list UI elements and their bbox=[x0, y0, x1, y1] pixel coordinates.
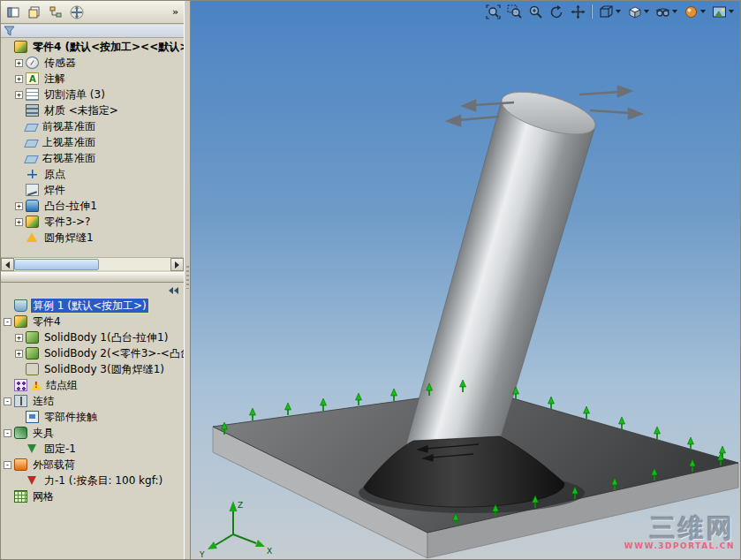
feature-tree-item-9[interactable]: 焊件 bbox=[1, 182, 184, 198]
feature-tree-item-8[interactable]: 原点 bbox=[1, 166, 184, 182]
pan-cross-icon bbox=[70, 5, 84, 19]
feature-tree-item-label: 圆角焊缝1 bbox=[42, 231, 95, 245]
simulation-tree-item-label: 算例 1 (默认<按加工>) bbox=[31, 299, 148, 313]
simulation-tree-item-12[interactable]: 网格 bbox=[1, 488, 184, 504]
origin-icon bbox=[26, 168, 39, 180]
simulation-tree-item-11[interactable]: 力-1 (:按条目: 100 kgf:) bbox=[1, 473, 184, 488]
simulation-tree-item-0[interactable]: 算例 1 (默认<按加工>) bbox=[1, 298, 184, 314]
configuration-manager-tab-button[interactable] bbox=[46, 3, 65, 22]
feature-tree-item-5[interactable]: 前视基准面 bbox=[1, 118, 184, 134]
hide-show-items-button[interactable] bbox=[653, 3, 680, 20]
rotate-view-icon bbox=[549, 4, 564, 19]
property-manager-tab-button[interactable] bbox=[25, 3, 44, 22]
collapse-chevron-icon[interactable] bbox=[174, 287, 178, 294]
joint-icon bbox=[14, 379, 27, 391]
simulation-tree-item-4[interactable]: SolidBody 3(圆角焊缝1) bbox=[1, 361, 184, 377]
watermark-title: 三维网 bbox=[624, 515, 735, 541]
expander-plus-icon[interactable]: + bbox=[15, 75, 23, 83]
simulation-tree-item-1[interactable]: -零件4 bbox=[1, 314, 184, 329]
simulation-tree-item-label: 结点组 bbox=[44, 378, 79, 392]
force-icon bbox=[26, 474, 39, 487]
expander-minus-icon[interactable]: - bbox=[4, 397, 11, 405]
scroll-left-button[interactable] bbox=[1, 258, 14, 271]
edit-appearance-button[interactable] bbox=[681, 3, 708, 20]
simulation-tree-item-label: 零部件接触 bbox=[42, 410, 99, 424]
expander-minus-icon[interactable]: - bbox=[4, 429, 11, 437]
part-icon bbox=[26, 216, 39, 228]
view-orientation-button[interactable] bbox=[596, 3, 624, 20]
feature-tree-item-0[interactable]: 零件4 (默认<按加工><<默认>_显 bbox=[1, 39, 184, 55]
simulation-tree-item-10[interactable]: -外部载荷 bbox=[1, 457, 184, 473]
body2-icon bbox=[26, 363, 39, 375]
filletweld-icon bbox=[26, 231, 39, 244]
rotate-view-button[interactable] bbox=[547, 3, 567, 20]
simulation-tree-item-2[interactable]: +SolidBody 1(凸台-拉伸1) bbox=[1, 329, 184, 345]
zoom-to-fit-button[interactable] bbox=[483, 3, 503, 20]
toolbar-overflow-button[interactable]: » bbox=[170, 6, 181, 18]
display-style-button[interactable] bbox=[624, 3, 652, 20]
feature-tree-item-7[interactable]: 右视基准面 bbox=[1, 150, 184, 166]
feature-tree-item-label: 上视基准面 bbox=[41, 135, 97, 149]
simulation-tree-item-6[interactable]: -连结 bbox=[1, 393, 184, 409]
body-icon bbox=[26, 347, 39, 359]
feature-tree: 零件4 (默认<按加工><<默认>_显+传感器+注解+切割清单 (3)材质 <未… bbox=[1, 39, 184, 256]
body-icon bbox=[26, 331, 39, 344]
divider-grip bbox=[186, 266, 189, 289]
apply-scene-button[interactable] bbox=[709, 3, 737, 20]
scrollbar-thumb[interactable] bbox=[14, 259, 99, 270]
expander-plus-icon[interactable]: + bbox=[15, 91, 23, 99]
feature-tree-hscrollbar[interactable] bbox=[1, 257, 184, 270]
expander-plus-icon[interactable]: + bbox=[15, 59, 23, 67]
feature-tree-item-11[interactable]: +零件3->? bbox=[1, 214, 184, 230]
pan-button[interactable] bbox=[568, 3, 588, 20]
pan-icon bbox=[571, 4, 586, 19]
display-style-icon bbox=[627, 4, 642, 19]
watermark: 三维网 WWW.3DPORTAL.CN bbox=[624, 515, 735, 550]
simulation-tree-header bbox=[1, 283, 184, 298]
expander-plus-icon[interactable]: + bbox=[15, 334, 23, 342]
viewport-3d-scene[interactable]: Z X Y bbox=[191, 1, 741, 560]
extrude-icon bbox=[26, 200, 39, 212]
scroll-right-button[interactable] bbox=[170, 258, 184, 271]
feature-tree-item-label: 焊件 bbox=[42, 183, 67, 197]
simulation-tree-item-5[interactable]: 结点组 bbox=[1, 377, 184, 393]
triad-z-label: Z bbox=[238, 501, 243, 510]
simulation-tree-item-label: SolidBody 1(凸台-拉伸1) bbox=[42, 330, 170, 344]
feature-tree-item-4[interactable]: 材质 <未指定> bbox=[1, 102, 184, 118]
toolbar-divider bbox=[592, 4, 593, 19]
expander-minus-icon[interactable]: - bbox=[4, 461, 11, 469]
feature-tree-item-12[interactable]: 圆角焊缝1 bbox=[1, 230, 184, 246]
feature-tree-item-6[interactable]: 上视基准面 bbox=[1, 134, 184, 150]
expander-plus-icon[interactable]: + bbox=[15, 218, 23, 226]
simulation-tree-item-label: 网格 bbox=[31, 489, 56, 503]
feature-manager-panel: » 零件4 (默认<按加工><<默认>_显+传感器+注解+切割清单 (3)材质 … bbox=[1, 1, 191, 560]
zoom-in-out-button[interactable] bbox=[526, 3, 546, 20]
triad-y-label: Y bbox=[199, 550, 205, 559]
third-party-tab-button[interactable] bbox=[67, 3, 87, 22]
scrollbar-track[interactable] bbox=[14, 258, 170, 270]
zoom-area-button[interactable] bbox=[504, 3, 525, 20]
featuremanager-tab-button[interactable] bbox=[4, 3, 23, 22]
panel-resize-divider[interactable] bbox=[184, 1, 191, 560]
expander-plus-icon[interactable]: + bbox=[15, 350, 23, 358]
zoom-in-out-icon bbox=[528, 4, 543, 19]
simulation-tree-item-3[interactable]: +SolidBody 2(<零件3>-<凸台 bbox=[1, 345, 184, 361]
feature-tree-item-2[interactable]: +注解 bbox=[1, 71, 184, 87]
documents-icon bbox=[27, 5, 42, 19]
filter-funnel-icon[interactable] bbox=[4, 26, 16, 37]
plane-icon bbox=[24, 155, 39, 163]
expander-plus-icon[interactable]: + bbox=[15, 202, 23, 210]
feature-tree-item-3[interactable]: +切割清单 (3) bbox=[1, 87, 184, 102]
feature-tree-item-1[interactable]: +传感器 bbox=[1, 55, 184, 71]
expander-minus-icon[interactable]: - bbox=[4, 318, 11, 326]
feature-tree-item-10[interactable]: +凸台-拉伸1 bbox=[1, 198, 184, 214]
graphics-viewport[interactable]: Z X Y bbox=[191, 1, 741, 560]
collapse-chevron-icon[interactable] bbox=[169, 287, 173, 294]
mesh-icon bbox=[14, 490, 27, 503]
panel-splitter[interactable] bbox=[1, 272, 184, 283]
simulation-tree-item-7[interactable]: 零部件接触 bbox=[1, 409, 184, 425]
panel-toolbar: » bbox=[1, 1, 184, 24]
simulation-tree-item-9[interactable]: 固定-1 bbox=[1, 441, 184, 457]
dropdown-caret-icon bbox=[672, 10, 677, 13]
simulation-tree-item-8[interactable]: -夹具 bbox=[1, 425, 184, 441]
